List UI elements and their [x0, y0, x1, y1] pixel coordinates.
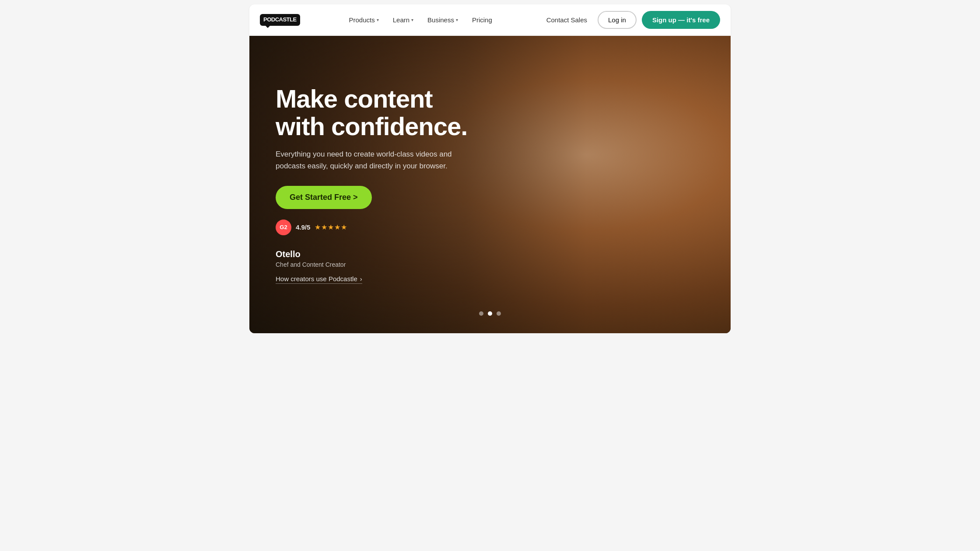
hero-section: Make content with confidence. Everything…	[249, 36, 731, 333]
nav-label-learn: Learn	[393, 16, 410, 24]
carousel-dot-3[interactable]	[497, 311, 501, 316]
hero-headline: Make content with confidence.	[276, 85, 468, 140]
chevron-down-icon: ▾	[456, 17, 458, 22]
nav-link-learn[interactable]: Learn ▾	[387, 13, 420, 27]
nav-actions: Contact Sales Log in Sign up — it's free	[541, 11, 720, 29]
navigation: PODCASTLE Products ▾ Learn ▾ Business ▾ …	[249, 4, 731, 36]
g2-badge: G2	[276, 220, 291, 235]
nav-label-pricing: Pricing	[472, 16, 492, 24]
logo-text: PODCASTLE	[263, 16, 297, 23]
rating-stars: ★★★★★	[315, 223, 347, 231]
g2-label: G2	[280, 224, 287, 230]
testimonial-name: Otello	[276, 249, 468, 259]
hero-subtext: Everything you need to create world-clas…	[276, 149, 468, 172]
nav-label-business: Business	[427, 16, 454, 24]
creators-link-text: How creators use Podcastle	[276, 275, 357, 282]
nav-label-products: Products	[349, 16, 375, 24]
hero-headline-line1: Make content	[276, 84, 433, 113]
nav-item-products[interactable]: Products ▾	[343, 13, 385, 27]
nav-menu: Products ▾ Learn ▾ Business ▾ Pricing	[343, 13, 498, 27]
hero-headline-line2: with confidence.	[276, 112, 467, 140]
signup-button[interactable]: Sign up — it's free	[642, 11, 720, 29]
nav-link-products[interactable]: Products ▾	[343, 13, 385, 27]
rating-score: 4.9/5	[296, 223, 310, 231]
chevron-down-icon: ▾	[411, 17, 413, 22]
nav-link-pricing[interactable]: Pricing	[466, 13, 498, 27]
nav-item-pricing[interactable]: Pricing	[466, 13, 498, 27]
hero-content: Make content with confidence. Everything…	[276, 85, 468, 284]
chevron-down-icon: ▾	[377, 17, 379, 22]
logo-mark: PODCASTLE	[260, 14, 300, 25]
logo[interactable]: PODCASTLE	[260, 14, 300, 25]
testimonial-role: Chef and Content Creator	[276, 261, 468, 268]
get-started-button[interactable]: Get Started Free >	[276, 186, 372, 209]
contact-sales-button[interactable]: Contact Sales	[541, 13, 592, 27]
carousel-dot-1[interactable]	[479, 311, 483, 316]
nav-item-business[interactable]: Business ▾	[421, 13, 464, 27]
arrow-right-icon: ›	[360, 275, 362, 282]
creators-link[interactable]: How creators use Podcastle ›	[276, 275, 362, 284]
carousel-dot-2[interactable]	[488, 311, 492, 316]
rating-row: G2 4.9/5 ★★★★★	[276, 220, 468, 235]
nav-item-learn[interactable]: Learn ▾	[387, 13, 420, 27]
carousel-dots	[479, 311, 501, 316]
login-button[interactable]: Log in	[598, 11, 637, 29]
nav-link-business[interactable]: Business ▾	[421, 13, 464, 27]
